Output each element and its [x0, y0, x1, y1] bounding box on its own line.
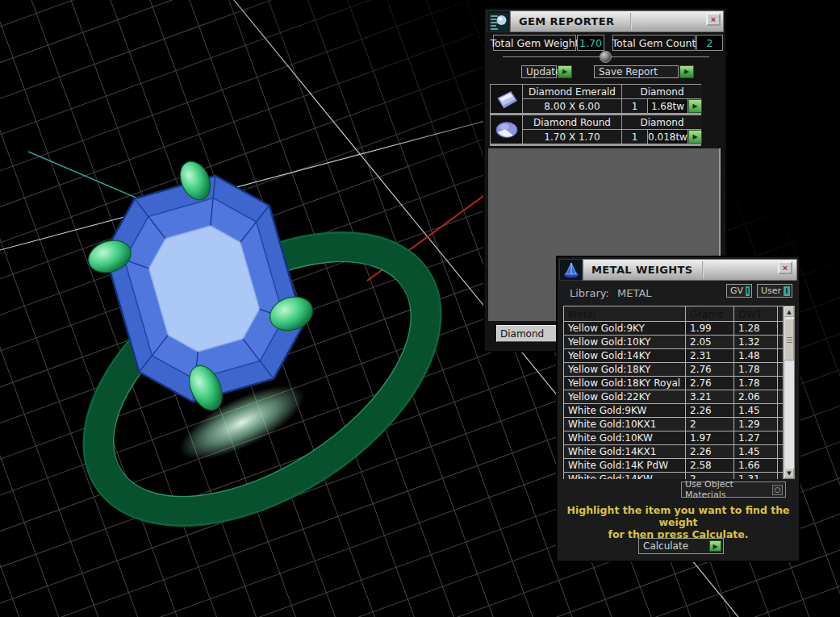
metal-weights-icon [559, 259, 583, 281]
slider-knob[interactable] [600, 51, 612, 63]
dwt-cell: 1.31 [734, 473, 777, 479]
update-button[interactable]: Update [521, 65, 557, 78]
metal-table-body: Metal Grams DWT Yellow Gold:9KY1.991.28Y… [563, 306, 784, 479]
metal-name-cell: White Gold:14K PdW [564, 459, 685, 472]
scrollbar[interactable]: ▲ ▼ [784, 306, 795, 479]
titlebar-divider [630, 13, 632, 30]
table-row[interactable]: Yellow Gold:14KY2.311.48 [564, 349, 783, 362]
grams-cell: 2.76 [686, 363, 733, 376]
metal-name-cell: White Gold:14KX1 [564, 445, 685, 458]
gem-reporter-icon [487, 10, 510, 32]
dwt-cell: 1.66 [734, 459, 777, 472]
library-label: Library: METAL [570, 287, 652, 299]
table-row[interactable]: Yellow Gold:9KY1.991.28 [564, 322, 783, 335]
titlebar-divider [702, 261, 704, 278]
metal-name-cell: Yellow Gold:9KY [564, 322, 685, 335]
gem-name: Diamond Round [523, 115, 621, 129]
gv-label: GV [730, 286, 743, 296]
total-gem-count-label: Total Gem Count [612, 35, 696, 51]
grams-cell: 2 [686, 473, 733, 479]
calculate-run-icon[interactable]: ▶ [709, 540, 721, 552]
metal-weights-panel: METAL WEIGHTS × Library: METAL GV I User… [557, 256, 800, 561]
panel-title: METAL WEIGHTS [591, 264, 693, 276]
grams-cell: 2.26 [686, 404, 733, 417]
table-row[interactable]: Yellow Gold:22KY3.212.06 [564, 390, 783, 403]
calculate-label: Calculate [643, 540, 688, 552]
grams-cell: 1.97 [686, 431, 733, 444]
close-icon[interactable]: × [706, 13, 721, 26]
table-row[interactable]: Yellow Gold:18KY2.761.78 [564, 363, 783, 376]
filler-cell [778, 445, 783, 458]
metal-weights-titlebar[interactable]: METAL WEIGHTS × [559, 259, 797, 281]
dwt-cell: 1.27 [734, 431, 777, 444]
table-row[interactable]: White Gold:10KX121.29 [564, 418, 783, 431]
gem-name: Diamond Emerald [523, 85, 621, 98]
save-report-run-icon[interactable]: ▶ [679, 65, 694, 78]
use-object-materials-toggle[interactable]: Use Object Materials ○ [681, 482, 786, 498]
gem-list-row-round[interactable]: Diamond Round 1.70 X 1.70 Diamond 1 0.01… [490, 115, 701, 146]
total-gem-count-value: 2 [696, 35, 723, 51]
calculate-button[interactable]: Calculate ▶ [638, 538, 724, 554]
dropdown-text: Diamond [500, 328, 544, 340]
save-report-button[interactable]: Save Report [594, 65, 679, 78]
dwt-cell: 1.28 [734, 322, 777, 335]
filler-cell [778, 377, 783, 390]
gem-weight: 1.68tw [648, 99, 687, 113]
filler-cell [778, 459, 783, 472]
user-indicator: I [784, 286, 790, 296]
update-run-icon[interactable]: ▶ [558, 65, 572, 78]
table-row[interactable]: Yellow Gold:10KY2.051.32 [564, 336, 783, 348]
dwt-cell: 1.29 [734, 418, 777, 431]
gem-count: 1 [622, 130, 647, 144]
gem-list-row-emerald[interactable]: Diamond Emerald 8.00 X 6.00 Diamond 1 1.… [490, 84, 701, 115]
use-object-materials-label: Use Object Materials [685, 479, 772, 500]
gem-count: 1 [622, 99, 647, 113]
gem-weight: 0.018tw [648, 130, 687, 144]
table-row[interactable]: White Gold:14KX12.261.45 [564, 445, 783, 458]
dwt-cell: 1.45 [734, 404, 777, 417]
filler-cell [778, 404, 783, 417]
dwt-cell: 1.78 [734, 377, 777, 390]
grams-cell: 2.05 [686, 336, 733, 348]
gem-goto-icon[interactable]: ▶ [688, 99, 702, 113]
total-gem-weight-label: Total Gem Weight [493, 35, 576, 51]
filler-cell [778, 390, 783, 403]
table-row[interactable]: White Gold:14K PdW2.581.66 [564, 459, 783, 472]
scroll-up-icon[interactable]: ▲ [784, 306, 794, 317]
grams-cell: 2.26 [686, 445, 733, 458]
metal-name-cell: White Gold:10KX1 [564, 418, 685, 431]
table-header-row: Metal Grams DWT [564, 306, 783, 321]
grams-cell: 1.99 [686, 322, 733, 335]
application-window: GEM REPORTER × Total Gem Weight 1.70 Tot… [0, 0, 840, 617]
metal-name-cell: Yellow Gold:18KY Royal [564, 377, 685, 390]
dwt-cell: 1.32 [734, 336, 777, 348]
round-gem-icon [491, 115, 522, 144]
col-metal: Metal [564, 306, 685, 321]
grams-cell: 2 [686, 418, 733, 431]
scrollbar-thumb[interactable] [784, 319, 794, 361]
gv-toggle-button[interactable]: GV I [726, 284, 752, 298]
scroll-down-icon[interactable]: ▼ [784, 468, 794, 478]
grams-cell: 2.31 [686, 349, 733, 362]
dwt-cell: 2.06 [734, 390, 777, 403]
library-value: METAL [617, 287, 652, 299]
table-row[interactable]: White Gold:14KW21.31 [564, 473, 783, 479]
user-toggle-button[interactable]: User I [757, 284, 792, 298]
close-icon[interactable]: × [778, 261, 792, 274]
metal-name-cell: Yellow Gold:18KY [564, 363, 685, 376]
table-row[interactable]: White Gold:9KW2.261.45 [564, 404, 783, 417]
col-dwt: DWT [734, 306, 777, 321]
dwt-cell: 1.78 [734, 363, 777, 376]
col-grams: Grams [686, 306, 733, 321]
filler-cell [778, 322, 783, 335]
emerald-cut-gem-icon [491, 85, 522, 113]
metal-name-cell: White Gold:14KW [564, 473, 685, 479]
gem-reporter-titlebar[interactable]: GEM REPORTER × [487, 10, 724, 32]
gem-material: Diamond [622, 85, 702, 98]
table-row[interactable]: Yellow Gold:18KY Royal2.761.78 [564, 377, 783, 390]
filler-cell [778, 349, 783, 362]
gem-size: 1.70 X 1.70 [523, 130, 621, 144]
table-row[interactable]: White Gold:10KW1.971.27 [564, 431, 783, 444]
panel-title: GEM REPORTER [519, 15, 614, 27]
gem-goto-icon[interactable]: ▶ [688, 130, 702, 144]
